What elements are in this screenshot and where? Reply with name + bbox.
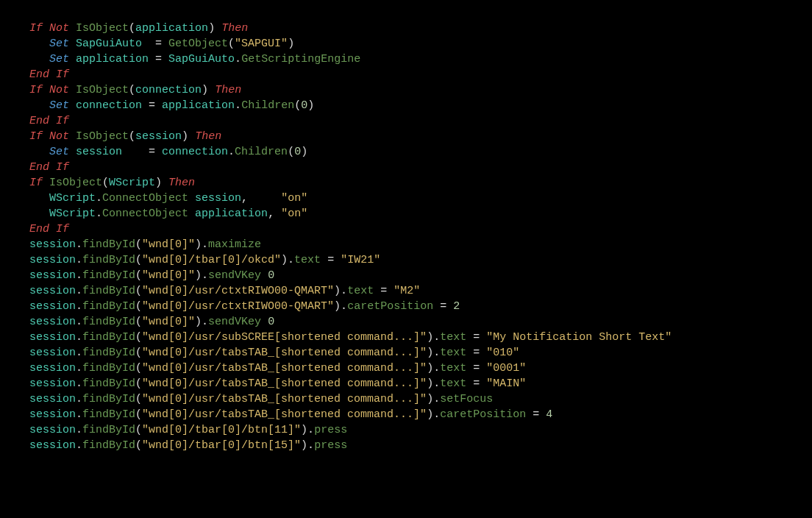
code-line: End If: [29, 68, 69, 81]
code-token: "wnd[0]": [142, 316, 195, 328]
code-token: [43, 130, 49, 143]
code-token: .: [76, 377, 82, 390]
code-token: .: [235, 99, 241, 112]
code-token: .: [76, 393, 82, 405]
code-token: Not: [49, 84, 69, 96]
code-token: (: [135, 347, 142, 359]
code-line: End If: [29, 161, 69, 174]
code-token: [49, 223, 56, 235]
code-token: [69, 38, 76, 50]
code-token: text: [440, 377, 466, 390]
code-token: [69, 99, 76, 112]
code-token: ).: [301, 439, 314, 452]
code-token: ).: [427, 377, 440, 390]
code-token: press: [314, 424, 347, 436]
code-token: (: [135, 424, 142, 436]
code-token: .: [228, 146, 235, 158]
code-token: ).: [427, 393, 440, 405]
code-line: session.findById("wnd[0]/usr/tabsTAB_[sh…: [29, 362, 526, 375]
code-token: [261, 316, 268, 328]
code-snippet: If Not IsObject(application) Then Set Sa…: [0, 0, 812, 453]
code-token: findById: [82, 285, 135, 297]
code-token: If: [29, 84, 43, 96]
code-token: "wnd[0]/usr/tabsTAB_[shortened command..…: [142, 347, 427, 359]
code-token: sendVKey: [208, 316, 261, 328]
code-token: session: [29, 269, 76, 282]
code-line: session.findById("wnd[0]/usr/tabsTAB_[sh…: [29, 377, 526, 390]
code-token: [43, 84, 49, 96]
code-token: text: [440, 347, 466, 359]
code-token: [261, 269, 268, 282]
code-token: (: [135, 377, 142, 390]
code-token: ).: [195, 269, 208, 282]
code-token: findById: [82, 254, 135, 266]
code-token: ConnectObject: [102, 192, 188, 205]
code-line: session.findById("wnd[0]/usr/ctxtRIWO00-…: [29, 285, 420, 297]
code-token: .: [96, 192, 102, 205]
code-token: "wnd[0]/usr/ctxtRIWO00-QMART": [142, 300, 334, 313]
code-line: If IsObject(WScript) Then: [29, 177, 195, 189]
code-token: findById: [82, 439, 135, 452]
code-token: session: [29, 424, 76, 436]
code-token: .: [76, 331, 82, 344]
code-token: Then: [221, 22, 248, 35]
code-token: GetScriptingEngine: [241, 53, 360, 65]
code-token: ).: [427, 347, 440, 359]
code-token: [49, 115, 56, 127]
code-token: session: [29, 316, 76, 328]
code-token: session: [76, 146, 122, 158]
code-token: text: [347, 285, 374, 297]
code-token: session: [29, 300, 76, 313]
code-token: session: [29, 362, 76, 375]
code-token: application: [162, 99, 235, 112]
code-token: If: [56, 68, 69, 81]
code-token: WScript: [49, 207, 96, 220]
code-token: ).: [301, 424, 314, 436]
code-token: findById: [82, 347, 135, 359]
code-line: Set connection = application.Children(0): [29, 99, 314, 112]
code-line: session.findById("wnd[0]/usr/subSCREE[sh…: [29, 331, 672, 344]
code-token: connection: [76, 99, 142, 112]
code-token: Children: [235, 146, 288, 158]
code-token: =: [466, 362, 486, 375]
code-line: session.findById("wnd[0]/usr/tabsTAB_[sh…: [29, 408, 552, 421]
code-line: If Not IsObject(connection) Then: [29, 84, 241, 96]
code-token: .: [96, 207, 102, 220]
code-token: "M2": [393, 285, 420, 297]
code-token: Then: [195, 130, 221, 143]
code-token: =: [374, 285, 393, 297]
code-token: ).: [281, 254, 294, 266]
code-token: findById: [82, 331, 135, 344]
code-token: End: [29, 223, 49, 235]
code-line: If Not IsObject(application) Then: [29, 22, 248, 35]
code-token: (: [129, 22, 135, 35]
code-token: =: [466, 377, 486, 390]
code-token: ): [288, 38, 294, 50]
code-token: If: [56, 115, 69, 127]
code-token: .: [76, 347, 82, 359]
code-token: connection: [135, 84, 202, 96]
code-token: .: [76, 316, 82, 328]
code-token: "wnd[0]/usr/ctxtRIWO00-QMART": [142, 285, 334, 297]
code-token: ).: [427, 362, 440, 375]
code-token: Set: [49, 38, 69, 50]
code-token: session: [29, 254, 76, 266]
code-token: If: [29, 177, 43, 189]
code-token: ConnectObject: [102, 207, 188, 220]
code-line: WScript.ConnectObject application, "on": [29, 207, 307, 220]
code-token: (: [135, 285, 142, 297]
code-line: session.findById("wnd[0]/usr/tabsTAB_[sh…: [29, 347, 519, 359]
code-token: text: [440, 362, 466, 375]
code-token: application: [76, 53, 149, 65]
code-token: IsObject: [76, 130, 129, 143]
code-token: ): [301, 146, 307, 158]
code-token: "SAPGUI": [235, 38, 288, 50]
code-token: =: [122, 146, 162, 158]
code-token: =: [433, 300, 453, 313]
code-token: Set: [49, 99, 69, 112]
code-token: "IW21": [341, 254, 380, 266]
code-token: findById: [82, 408, 135, 421]
code-token: IsObject: [76, 22, 129, 35]
code-token: ).: [334, 300, 347, 313]
code-token: IsObject: [49, 177, 102, 189]
